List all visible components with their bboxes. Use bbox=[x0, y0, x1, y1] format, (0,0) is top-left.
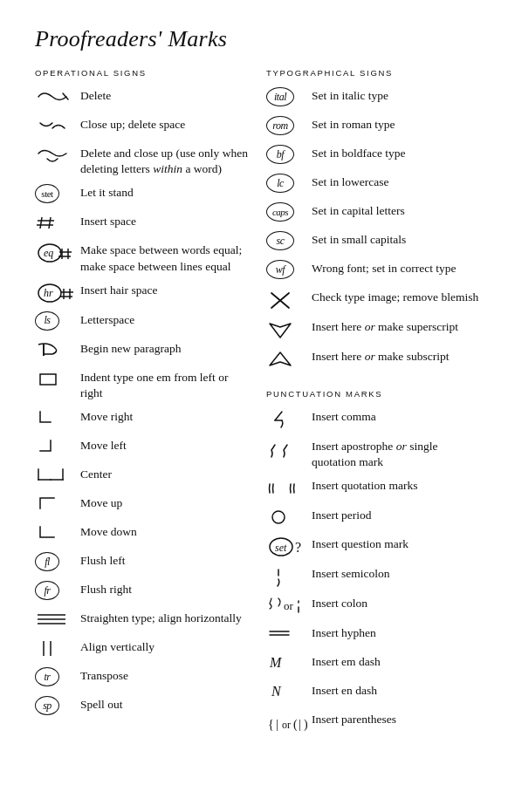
list-item: Indent type one em from left or right bbox=[35, 368, 249, 401]
sc-symbol: sc bbox=[266, 230, 312, 250]
list-item: Insert quotation marks bbox=[266, 476, 480, 500]
svg-text:set: set bbox=[275, 542, 287, 554]
svg-text:hr: hr bbox=[44, 287, 53, 299]
list-item: caps Set in capital letters bbox=[266, 201, 480, 224]
apostrophe-symbol bbox=[266, 437, 312, 464]
left-section-header: Operational Signs bbox=[35, 68, 249, 78]
hyphen-symbol bbox=[266, 624, 312, 640]
list-item: sc Set in small capitals bbox=[266, 230, 480, 253]
lc-symbol: lc bbox=[266, 173, 312, 193]
ls-symbol: ls bbox=[35, 310, 80, 331]
page-title: Proofreaders' Marks bbox=[35, 26, 480, 52]
list-item: ls Letterspace bbox=[35, 310, 249, 333]
list-item: Insert space bbox=[35, 212, 249, 235]
svg-line-2 bbox=[49, 217, 51, 229]
delete-closeup-symbol bbox=[35, 144, 80, 171]
comma-symbol bbox=[266, 407, 312, 431]
stet-symbol: stet bbox=[35, 183, 80, 203]
list-item: Check type image; remove blemish bbox=[266, 288, 480, 311]
bf-symbol: bf bbox=[266, 144, 312, 164]
svg-text:eq: eq bbox=[44, 247, 53, 259]
hash-symbol bbox=[35, 212, 80, 232]
svg-text:M: M bbox=[269, 655, 283, 670]
wf-symbol: wf bbox=[266, 259, 312, 279]
list-item: Begin new paragraph bbox=[35, 339, 249, 362]
emdash-symbol: M bbox=[266, 652, 312, 672]
fl-symbol: fl bbox=[35, 551, 80, 571]
alignvert-symbol bbox=[35, 638, 80, 658]
svg-text:or: or bbox=[284, 599, 294, 612]
colon-symbol: or bbox=[266, 594, 312, 618]
list-item: Insert comma bbox=[266, 407, 480, 431]
parens-symbol: { | or ( | ) bbox=[266, 710, 312, 735]
x-check-symbol bbox=[266, 288, 312, 311]
subscript-symbol bbox=[266, 347, 312, 371]
list-item: Insert apostrophe or single quotation ma… bbox=[266, 437, 480, 470]
list-item: Straighten type; align horizontally bbox=[35, 609, 249, 631]
endash-symbol: N bbox=[266, 681, 312, 701]
moveleft-symbol bbox=[35, 436, 80, 454]
delete-symbol bbox=[35, 86, 80, 106]
superscript-symbol bbox=[266, 317, 312, 341]
eq-hash-symbol: eq bbox=[35, 241, 80, 264]
list-item: eq Make space between words equal; make … bbox=[35, 241, 249, 274]
list-item: wf Wrong font; set in correct type bbox=[266, 259, 480, 282]
right-section-punct-header: Punctuation Marks bbox=[266, 389, 480, 399]
quotmarks-symbol bbox=[266, 476, 312, 500]
closeup-symbol bbox=[35, 115, 80, 135]
list-item: N Insert en dash bbox=[266, 681, 480, 704]
sp-symbol: sp bbox=[35, 695, 80, 715]
list-item: Delete bbox=[35, 86, 249, 109]
newpara-symbol bbox=[35, 339, 80, 359]
svg-text:N: N bbox=[271, 684, 282, 699]
moveright-symbol bbox=[35, 407, 80, 426]
list-item: ital Set in italic type bbox=[266, 86, 480, 109]
svg-text:or: or bbox=[282, 719, 291, 731]
svg-text:|: | bbox=[299, 718, 301, 731]
list-item: Move left bbox=[35, 436, 249, 459]
right-section-typo-header: Typographical Signs bbox=[266, 68, 480, 78]
list-item: fr Flush right bbox=[35, 580, 249, 603]
list-item: Close up; delete space bbox=[35, 115, 249, 138]
list-item: Move down bbox=[35, 522, 249, 545]
list-item: Move right bbox=[35, 407, 249, 430]
list-item: { | or ( | ) Insert parentheses bbox=[266, 710, 480, 735]
svg-line-1 bbox=[40, 217, 42, 229]
list-item: Insert period bbox=[266, 506, 480, 529]
svg-text:(: ( bbox=[293, 718, 298, 732]
list-item: set ? Insert question mark bbox=[266, 535, 480, 558]
list-item: bf Set in boldface type bbox=[266, 144, 480, 167]
center-symbol bbox=[35, 465, 80, 483]
list-item: sp Spell out bbox=[35, 695, 249, 718]
period-symbol bbox=[266, 506, 312, 528]
svg-text:?: ? bbox=[295, 540, 301, 555]
list-item: lc Set in lowercase bbox=[266, 173, 480, 195]
list-item: rom Set in roman type bbox=[266, 115, 480, 138]
left-column: Operational Signs Delete Close up; delet… bbox=[35, 68, 258, 741]
list-item: Move up bbox=[35, 494, 249, 516]
list-item: stet Let it stand bbox=[35, 183, 249, 206]
ital-symbol: ital bbox=[266, 86, 312, 106]
set-q-symbol: set ? bbox=[266, 535, 312, 558]
list-item: M Insert em dash bbox=[266, 652, 480, 675]
svg-point-25 bbox=[272, 511, 285, 523]
rom-symbol: rom bbox=[266, 115, 312, 135]
list-item: tr Transpose bbox=[35, 666, 249, 689]
svg-text:{: { bbox=[268, 718, 274, 731]
list-item: or Insert colon bbox=[266, 594, 480, 618]
list-item: hr Insert hair space bbox=[35, 281, 249, 304]
svg-rect-17 bbox=[40, 374, 56, 385]
list-item: Delete and close up (use only when delet… bbox=[35, 144, 249, 177]
list-item: Insert here or make superscript bbox=[266, 317, 480, 341]
list-item: Align vertically bbox=[35, 638, 249, 660]
fr-symbol: fr bbox=[35, 580, 80, 600]
list-item: fl Flush left bbox=[35, 551, 249, 574]
moveup-symbol bbox=[35, 494, 80, 512]
hr-hash-symbol: hr bbox=[35, 281, 80, 304]
list-item: Insert here or make subscript bbox=[266, 347, 480, 371]
straighten-symbol bbox=[35, 609, 80, 625]
svg-text:|: | bbox=[276, 718, 278, 731]
indent-symbol bbox=[35, 368, 80, 388]
caps-symbol: caps bbox=[266, 201, 312, 222]
semicolon-symbol bbox=[266, 564, 312, 588]
